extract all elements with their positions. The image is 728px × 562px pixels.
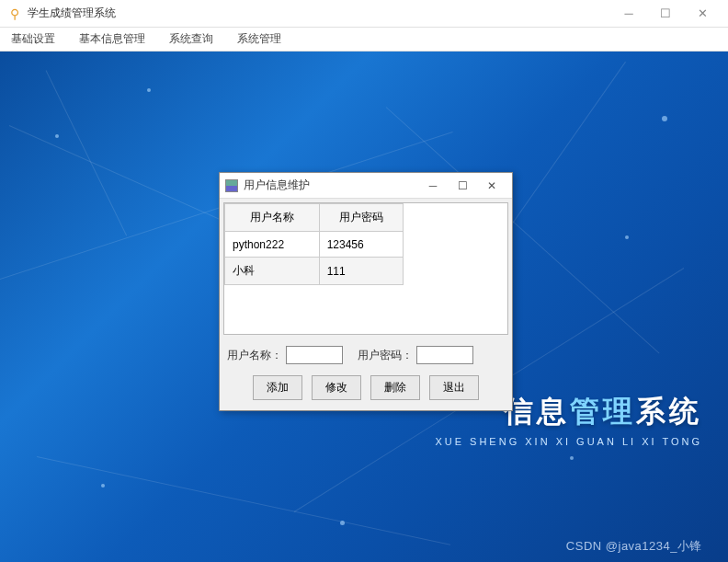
form-row: 用户名称： 用户密码： xyxy=(223,346,508,364)
button-row: 添加 修改 删除 退出 xyxy=(223,375,508,400)
table-row[interactable]: python222 123456 xyxy=(225,232,404,258)
cell-username[interactable]: 小科 xyxy=(225,258,320,285)
dialog-minimize-button[interactable]: ─ xyxy=(418,176,448,196)
brand-post: 系统 xyxy=(636,395,702,428)
dialog-window-controls: ─ ☐ ✕ xyxy=(418,176,506,196)
brand-pinyin: XUE SHENG XIN XI GUAN LI XI TONG xyxy=(435,436,702,447)
username-input[interactable] xyxy=(286,346,343,364)
dialog-maximize-button[interactable]: ☐ xyxy=(448,176,477,196)
minimize-button[interactable]: ─ xyxy=(610,2,647,26)
table-row[interactable]: 小科 111 xyxy=(225,258,404,285)
brand-pre: 信息 xyxy=(504,395,570,428)
menu-system-manage[interactable]: 系统管理 xyxy=(233,29,285,50)
brand-mid: 管理 xyxy=(570,395,636,428)
dialog-title: 用户信息维护 xyxy=(244,178,418,193)
app-icon: ⚲ xyxy=(7,6,22,21)
delete-button[interactable]: 删除 xyxy=(370,375,420,400)
content-area: 信息管理系统 XUE SHENG XIN XI GUAN LI XI TONG … xyxy=(0,52,728,562)
cell-password[interactable]: 123456 xyxy=(319,232,403,258)
password-input[interactable] xyxy=(416,346,473,364)
menu-bar: 基础设置 基本信息管理 系统查询 系统管理 xyxy=(0,28,728,52)
exit-button[interactable]: 退出 xyxy=(429,375,479,400)
col-username[interactable]: 用户名称 xyxy=(225,204,320,232)
table-header-row: 用户名称 用户密码 xyxy=(225,204,404,232)
dialog-body: 用户名称 用户密码 python222 123456 小科 111 xyxy=(220,199,512,410)
main-window-title: 学生成绩管理系统 xyxy=(28,6,610,21)
dialog-icon xyxy=(225,179,238,192)
main-title-bar: ⚲ 学生成绩管理系统 ─ ☐ ✕ xyxy=(0,0,728,28)
user-info-dialog: 用户信息维护 ─ ☐ ✕ 用户名称 用户密码 xyxy=(219,172,513,411)
edit-button[interactable]: 修改 xyxy=(312,375,361,400)
add-button[interactable]: 添加 xyxy=(253,375,302,400)
col-password[interactable]: 用户密码 xyxy=(319,204,403,232)
menu-basic-settings[interactable]: 基础设置 xyxy=(7,29,59,50)
dialog-close-button[interactable]: ✕ xyxy=(477,176,506,196)
close-button[interactable]: ✕ xyxy=(684,2,721,26)
maximize-button[interactable]: ☐ xyxy=(647,2,684,26)
cell-username[interactable]: python222 xyxy=(225,232,320,258)
main-window-controls: ─ ☐ ✕ xyxy=(610,2,721,26)
dialog-title-bar: 用户信息维护 ─ ☐ ✕ xyxy=(220,173,512,199)
menu-basic-info-manage[interactable]: 基本信息管理 xyxy=(75,29,149,50)
cell-password[interactable]: 111 xyxy=(319,258,403,285)
label-password: 用户密码： xyxy=(358,348,413,363)
user-table[interactable]: 用户名称 用户密码 python222 123456 小科 111 xyxy=(224,203,404,285)
user-table-wrap: 用户名称 用户密码 python222 123456 小科 111 xyxy=(223,202,508,335)
main-window: ⚲ 学生成绩管理系统 ─ ☐ ✕ 基础设置 基本信息管理 系统查询 系统管理 信… xyxy=(0,0,728,562)
watermark: CSDN @java1234_小锋 xyxy=(566,538,702,555)
menu-system-query[interactable]: 系统查询 xyxy=(165,29,217,50)
label-username: 用户名称： xyxy=(227,348,282,363)
